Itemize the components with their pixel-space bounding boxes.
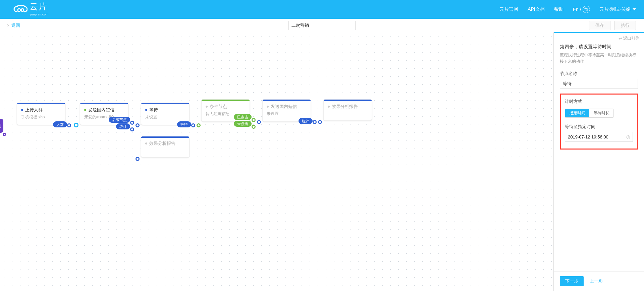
exit-guide-link[interactable]: 退出引导 xyxy=(619,36,639,41)
status-dot-icon xyxy=(328,106,330,108)
node-condition[interactable]: 条件节点 暂无短链信息 已点击 未点击 xyxy=(201,99,250,122)
port-out[interactable] xyxy=(252,125,256,129)
run-button[interactable]: 执行 xyxy=(614,21,636,30)
node-title: 效果分析报告 xyxy=(332,104,358,110)
node-subtitle: 未设置 xyxy=(145,114,185,120)
node-effect-report-1[interactable]: 效果分析报告 xyxy=(141,136,190,158)
node-upload-audience[interactable]: 上传人群 手机模板.xlsx 人群 xyxy=(17,103,65,125)
status-dot-icon xyxy=(145,109,147,111)
workflow-name-input[interactable] xyxy=(288,21,356,30)
cloud-icon xyxy=(13,5,28,14)
port-out[interactable] xyxy=(313,120,317,124)
timing-mode-duration[interactable]: 等待时长 xyxy=(589,109,613,117)
start-node-fragment[interactable]: 时 xyxy=(0,119,3,133)
port-out[interactable] xyxy=(67,123,71,127)
node-wait[interactable]: 等待 未设置 等待 xyxy=(141,103,190,125)
node-name-input[interactable] xyxy=(560,79,638,89)
node-send-sms-2[interactable]: 发送国内短信 未设置 统计 xyxy=(262,99,311,122)
wait-until-label: 等待至指定时间 xyxy=(565,124,633,130)
next-step-button[interactable]: 下一步 xyxy=(560,276,584,286)
node-subtitle: 手机模板.xlsx xyxy=(21,114,61,120)
node-subtitle: 未设置 xyxy=(267,111,307,117)
step-description: 流程执行过程中等待至某一时刻后继续执行接下来的动作 xyxy=(560,52,638,65)
wait-until-datetime-input[interactable] xyxy=(565,132,633,142)
port-out[interactable] xyxy=(191,123,195,127)
back-link[interactable]: 返回 xyxy=(0,22,20,28)
workflow-canvas[interactable]: 时 上传人群 手机模板.xlsx 人群 发送国内短信 亲爱的#name#会...… xyxy=(0,32,553,291)
port-out[interactable] xyxy=(130,127,134,131)
node-pill-not-clicked[interactable]: 未点击 xyxy=(234,121,252,127)
prev-step-button[interactable]: 上一步 xyxy=(590,278,603,284)
save-button[interactable]: 保存 xyxy=(589,21,610,30)
language-current: 简 xyxy=(583,6,590,13)
start-node-label: 时 xyxy=(0,123,2,129)
brand-subtext: yunpian.com xyxy=(30,13,49,16)
port-out[interactable] xyxy=(3,133,6,136)
timing-mode-label: 计时方式 xyxy=(565,99,633,105)
svg-point-1 xyxy=(21,9,24,11)
nav-site-link[interactable]: 云片官网 xyxy=(499,6,518,12)
nav-api-docs-link[interactable]: API文档 xyxy=(528,6,545,12)
status-dot-icon xyxy=(21,109,23,111)
config-panel: 退出引导 第四步，请设置等待时间 流程执行过程中等待至某一时刻后继续执行接下来的… xyxy=(553,32,644,291)
node-effect-report-2[interactable]: 效果分析报告 xyxy=(323,99,372,121)
port-out[interactable] xyxy=(130,121,134,125)
timing-mode-segment: 指定时间 等待时长 xyxy=(565,109,614,118)
port-in[interactable] xyxy=(197,123,201,127)
port-in[interactable] xyxy=(136,123,140,127)
node-title: 上传人群 xyxy=(25,107,43,113)
svg-point-0 xyxy=(18,9,20,11)
node-pill-audience[interactable]: 人群 xyxy=(53,121,67,127)
port-in[interactable] xyxy=(257,120,261,124)
status-dot-icon xyxy=(206,106,208,108)
node-title: 条件节点 xyxy=(210,104,227,110)
node-pill-stats[interactable]: 统计 xyxy=(116,123,130,129)
brand-logo[interactable]: 云片 yunpian.com xyxy=(13,2,49,16)
port-out[interactable] xyxy=(252,118,256,122)
status-dot-icon xyxy=(267,106,269,108)
port-in[interactable] xyxy=(318,120,322,124)
action-bar: 返回 保存 执行 xyxy=(0,19,644,32)
top-navbar: 云片 yunpian.com 云片官网 API文档 帮助 En / 简 云片-测… xyxy=(0,0,644,19)
node-name-label: 节点名称 xyxy=(560,71,638,77)
node-pill-stats[interactable]: 统计 xyxy=(299,118,313,124)
node-title: 发送国内短信 xyxy=(271,104,297,110)
port-in[interactable] xyxy=(74,123,78,127)
status-dot-icon xyxy=(145,142,147,144)
chevron-down-icon xyxy=(633,8,636,10)
timing-mode-specific-time[interactable]: 指定时间 xyxy=(565,109,589,117)
nav-help-link[interactable]: 帮助 xyxy=(554,6,564,12)
node-title: 发送国内短信 xyxy=(88,107,114,113)
user-menu[interactable]: 云片-测试-吴娟 xyxy=(599,6,636,12)
panel-footer: 下一步 上一步 xyxy=(554,271,644,291)
language-toggle[interactable]: En / 简 xyxy=(573,6,590,13)
node-title: 等待 xyxy=(149,107,158,113)
node-pill-next[interactable]: 后续节点 xyxy=(109,117,130,123)
node-send-sms-1[interactable]: 发送国内短信 亲爱的#name#会... 后续节点 统计 xyxy=(80,103,128,125)
user-name: 云片-测试-吴娟 xyxy=(599,6,631,12)
brand-name: 云片 xyxy=(30,2,48,11)
status-dot-icon xyxy=(84,109,86,111)
main-area: 时 上传人群 手机模板.xlsx 人群 发送国内短信 亲爱的#name#会...… xyxy=(0,32,644,291)
node-pill-clicked[interactable]: 已点击 xyxy=(234,114,252,120)
port-in[interactable] xyxy=(136,157,140,161)
language-prefix: En / xyxy=(573,7,581,12)
node-pill-wait[interactable]: 等待 xyxy=(177,121,191,127)
step-title: 第四步，请设置等待时间 xyxy=(560,44,638,50)
guide-highlight-box: 计时方式 指定时间 等待时长 等待至指定时间 ◷ xyxy=(560,94,638,150)
node-title: 效果分析报告 xyxy=(149,140,175,147)
